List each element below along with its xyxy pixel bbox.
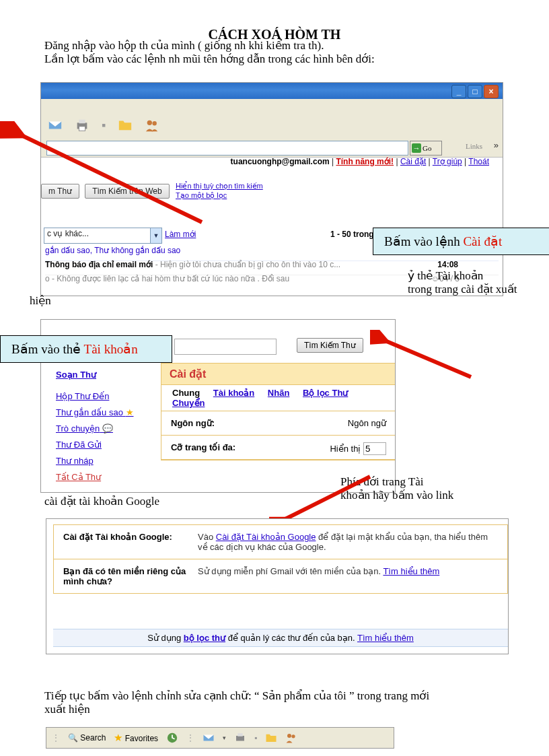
callout-accounts: Bấm vào thẻ Tài khoản: [0, 335, 172, 363]
svg-rect-10: [236, 736, 244, 741]
window-titlebar: _ □ ×: [41, 83, 503, 99]
signout-link[interactable]: Thoát: [468, 157, 489, 166]
search-button[interactable]: 🔍 Search: [68, 733, 106, 743]
allmail-link[interactable]: Tất Cả Thư: [56, 469, 157, 485]
sent-link[interactable]: Thư Đã Gửi: [56, 437, 157, 453]
toolbar-separator: ▪: [102, 118, 106, 133]
address-bar: →Go Links »: [41, 138, 503, 158]
screenshot-1: _ □ × Minimize ▪ →Go Links » tuancu: [40, 82, 503, 296]
settings-panel: Cài đặt Chung Tài khoản Nhãn Bộ lọc Thư …: [161, 363, 396, 460]
callout-settings: Bấm vào lệnh Cài đặt: [373, 228, 549, 255]
people-icon[interactable]: [145, 118, 159, 133]
people-icon-2[interactable]: [285, 732, 297, 744]
below-text-right: Phía dới trang Tàikhoản hãy bấm vào link: [340, 475, 515, 502]
screenshot-3: Cài đặt Tài khoản Google: Vào Cài đặt Tà…: [46, 518, 509, 654]
chat-icon: 💬: [102, 423, 113, 434]
svg-point-5: [153, 121, 157, 125]
mail-icon[interactable]: [48, 118, 63, 133]
star-icon: ★: [126, 407, 134, 417]
show-search-options-link[interactable]: Hiển thị tuỳ chọn tìm kiếm: [176, 181, 263, 191]
go-button[interactable]: →Go: [410, 141, 442, 156]
filter-footer: Sử dụng bộ lọc thư để quản lý các thư đế…: [53, 629, 508, 647]
separator-icon: ⋮: [186, 733, 194, 743]
svg-point-13: [292, 734, 295, 738]
starred-link[interactable]: Thư gắn dấu sao ★: [56, 405, 157, 421]
chevron-down-icon: ▼: [150, 228, 161, 243]
history-icon[interactable]: [166, 732, 178, 744]
window-close-button[interactable]: ×: [484, 85, 499, 98]
refresh-link[interactable]: Làm mới: [165, 230, 196, 239]
final-instruction: Tiếp tục bấm vào lệnh chỉnh sửa cạnh chữ…: [44, 689, 502, 716]
star-icon: ★: [114, 732, 122, 743]
tab-general[interactable]: Chung: [172, 388, 200, 398]
top-info-bar: tuancuonghp@gmail.com | Tính năng mới! |…: [231, 157, 489, 166]
tab-labels[interactable]: Nhãn: [268, 388, 290, 398]
menu-bar: [41, 99, 503, 114]
pagesize-input[interactable]: [363, 442, 386, 455]
help-link[interactable]: Trợ giúp: [433, 157, 462, 166]
folder-icon-2[interactable]: [265, 732, 277, 744]
below-text-left: cài đặt tài khoản Google: [44, 494, 159, 508]
search-options-links: Hiển thị tuỳ chọn tìm kiếm Tạo một bộ lọ…: [176, 181, 263, 200]
svg-line-7: [383, 340, 471, 377]
user-email: tuancuonghp@gmail.com: [231, 157, 330, 166]
learn-more-filter-link[interactable]: Tìm hiểu thêm: [357, 633, 414, 643]
links-label: Links: [466, 142, 482, 150]
account-settings-panel: Cài đặt Tài khoản Google: Vào Cài đặt Tà…: [53, 524, 508, 594]
tab-forwarding[interactable]: Chuyển: [172, 398, 205, 408]
address-input[interactable]: [46, 141, 408, 156]
pagesize-row: Cỡ trang tối đa: Hiển thị: [161, 436, 396, 460]
favorites-button[interactable]: ★ Favorites: [114, 732, 158, 744]
svg-rect-3: [79, 127, 85, 131]
tab-filters[interactable]: Bộ lọc Thư: [303, 388, 348, 398]
language-row: Ngôn ngữ:Ngôn ngữ: [161, 411, 396, 436]
folder-icon[interactable]: [118, 118, 133, 133]
domain-row: Bạn đã có tên miền riêng của mình chưa? …: [54, 559, 507, 593]
search-input[interactable]: [174, 339, 277, 355]
settings-link[interactable]: Cài đặt: [400, 157, 426, 166]
new-features-link[interactable]: Tính năng mới!: [336, 157, 394, 166]
google-account-row: Cài đặt Tài khoản Google: Vào Cài đặt Tà…: [54, 525, 507, 559]
sidebar-nav: Soạn Thư Hộp Thư Đến Thư gắn dấu sao ★ T…: [56, 367, 157, 485]
window-maximize-button[interactable]: □: [468, 85, 482, 98]
intro-text: Đăng nhập vào hộp th của mình ( giống nh…: [44, 39, 375, 66]
search-mail-button[interactable]: m Thư: [41, 184, 79, 199]
mail-icon-2[interactable]: [203, 732, 215, 744]
compose-link[interactable]: Soạn Thư: [56, 367, 157, 383]
tab-accounts[interactable]: Tài khoản: [213, 388, 254, 398]
print-icon-2[interactable]: [234, 732, 246, 744]
mail-time: 14:08: [437, 260, 458, 269]
dropdown-icon[interactable]: ▾: [223, 734, 226, 741]
search-web-button[interactable]: Tìm Kiếm trên Web: [85, 184, 169, 199]
settings-tabs: Chung Tài khoản Nhãn Bộ lọc Thư Chuyển: [161, 384, 396, 411]
chevron-icon[interactable]: »: [494, 140, 499, 150]
toolbar: ▪: [41, 114, 503, 139]
window-minimize-button[interactable]: _: [451, 85, 466, 98]
svg-point-12: [287, 734, 291, 738]
inbox-link[interactable]: Hộp Thư Đến: [56, 388, 157, 405]
google-account-settings-link[interactable]: Cài đặt Tài khoản Google: [216, 532, 316, 542]
svg-rect-2: [79, 120, 85, 124]
screenshot-4-toolbar: ⋮ 🔍 Search ★ Favorites ⋮ ▾ ▪: [46, 727, 394, 749]
chat-link[interactable]: Trò chuyện 💬: [56, 421, 157, 437]
print-icon[interactable]: [75, 118, 89, 133]
drafts-link[interactable]: Thư nháp: [56, 453, 157, 469]
svg-point-4: [147, 121, 152, 125]
mid-text-left: hiện: [30, 294, 51, 308]
settings-heading: Cài đặt: [161, 364, 396, 384]
search-mail-button-2[interactable]: Tìm Kiếm Thư: [297, 338, 363, 353]
create-filter-link[interactable]: Tạo một bộ lọc: [176, 191, 263, 200]
dot-icon: ▪: [254, 733, 257, 743]
svg-rect-11: [237, 733, 243, 736]
mid-text-right: ỷ thẻ Tài khoảntrong trang cài đặt xuất: [408, 269, 542, 296]
more-actions-select[interactable]: c vụ khác... ▼: [44, 228, 162, 244]
filter-link[interactable]: bộ lọc thư: [184, 633, 225, 643]
grip-icon: ⋮: [52, 733, 60, 743]
learn-more-domain-link[interactable]: Tìm hiểu thêm: [383, 566, 439, 576]
